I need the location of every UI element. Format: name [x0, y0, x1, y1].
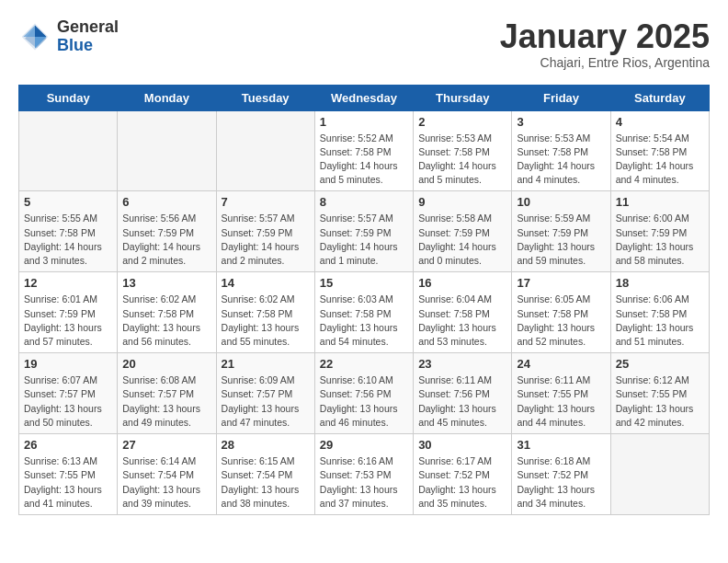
day-info: Sunrise: 6:13 AM Sunset: 7:55 PM Dayligh… [24, 454, 112, 511]
calendar-cell: 11Sunrise: 6:00 AM Sunset: 7:59 PM Dayli… [610, 191, 709, 272]
day-number: 31 [517, 438, 605, 452]
day-number: 19 [24, 357, 112, 371]
day-number: 11 [616, 195, 704, 209]
day-number: 29 [320, 438, 408, 452]
day-info: Sunrise: 5:59 AM Sunset: 7:59 PM Dayligh… [517, 212, 605, 268]
day-info: Sunrise: 6:03 AM Sunset: 7:58 PM Dayligh… [320, 293, 408, 349]
logo-icon [18, 20, 51, 53]
day-number: 13 [122, 276, 210, 290]
logo: General Blue [18, 18, 119, 55]
page-header: General Blue January 2025 Chajari, Entre… [18, 18, 710, 70]
calendar-cell: 23Sunrise: 6:11 AM Sunset: 7:56 PM Dayli… [414, 353, 512, 434]
day-info: Sunrise: 6:08 AM Sunset: 7:57 PM Dayligh… [122, 373, 210, 430]
calendar-cell: 6Sunrise: 5:56 AM Sunset: 7:59 PM Daylig… [118, 191, 216, 272]
calendar-week-3: 12Sunrise: 6:01 AM Sunset: 7:59 PM Dayli… [19, 272, 710, 353]
day-info: Sunrise: 5:58 AM Sunset: 7:59 PM Dayligh… [418, 212, 506, 268]
day-info: Sunrise: 6:05 AM Sunset: 7:58 PM Dayligh… [517, 293, 605, 349]
day-number: 23 [418, 357, 506, 371]
day-info: Sunrise: 6:11 AM Sunset: 7:56 PM Dayligh… [418, 373, 506, 430]
day-number: 12 [24, 276, 112, 290]
calendar-cell: 12Sunrise: 6:01 AM Sunset: 7:59 PM Dayli… [19, 272, 118, 353]
day-info: Sunrise: 6:11 AM Sunset: 7:55 PM Dayligh… [517, 373, 605, 430]
weekday-header-tuesday: Tuesday [216, 85, 314, 110]
calendar-cell: 30Sunrise: 6:17 AM Sunset: 7:52 PM Dayli… [414, 434, 512, 515]
weekday-header-wednesday: Wednesday [314, 85, 413, 110]
day-number: 2 [418, 115, 506, 129]
day-number: 21 [222, 357, 310, 371]
calendar-cell: 31Sunrise: 6:18 AM Sunset: 7:52 PM Dayli… [512, 434, 610, 515]
calendar-cell: 13Sunrise: 6:02 AM Sunset: 7:58 PM Dayli… [118, 272, 216, 353]
day-info: Sunrise: 5:55 AM Sunset: 7:58 PM Dayligh… [24, 212, 112, 268]
day-number: 20 [122, 357, 210, 371]
day-info: Sunrise: 5:54 AM Sunset: 7:58 PM Dayligh… [616, 132, 704, 188]
day-number: 15 [320, 276, 408, 290]
day-number: 30 [418, 438, 506, 452]
calendar-cell: 1Sunrise: 5:52 AM Sunset: 7:58 PM Daylig… [314, 110, 413, 191]
day-info: Sunrise: 6:15 AM Sunset: 7:54 PM Dayligh… [222, 454, 310, 511]
weekday-header-saturday: Saturday [610, 85, 709, 110]
calendar-week-5: 26Sunrise: 6:13 AM Sunset: 7:55 PM Dayli… [19, 434, 710, 515]
calendar-cell: 19Sunrise: 6:07 AM Sunset: 7:57 PM Dayli… [19, 353, 118, 434]
weekday-header-monday: Monday [118, 85, 216, 110]
day-info: Sunrise: 6:14 AM Sunset: 7:54 PM Dayligh… [122, 454, 210, 511]
day-number: 17 [517, 276, 605, 290]
calendar-title: January 2025 [500, 18, 710, 55]
day-info: Sunrise: 6:01 AM Sunset: 7:59 PM Dayligh… [24, 293, 112, 349]
calendar-cell: 27Sunrise: 6:14 AM Sunset: 7:54 PM Dayli… [118, 434, 216, 515]
day-number: 4 [616, 115, 704, 129]
day-info: Sunrise: 5:56 AM Sunset: 7:59 PM Dayligh… [122, 212, 210, 268]
calendar-cell: 14Sunrise: 6:02 AM Sunset: 7:58 PM Dayli… [216, 272, 314, 353]
day-number: 5 [24, 195, 112, 209]
day-info: Sunrise: 6:12 AM Sunset: 7:55 PM Dayligh… [616, 373, 704, 430]
calendar-cell: 4Sunrise: 5:54 AM Sunset: 7:58 PM Daylig… [610, 110, 709, 191]
day-info: Sunrise: 5:57 AM Sunset: 7:59 PM Dayligh… [222, 212, 310, 268]
logo-general: General [57, 18, 119, 37]
weekday-header-sunday: Sunday [19, 85, 118, 110]
calendar-cell: 10Sunrise: 5:59 AM Sunset: 7:59 PM Dayli… [512, 191, 610, 272]
day-info: Sunrise: 6:02 AM Sunset: 7:58 PM Dayligh… [222, 293, 310, 349]
day-number: 25 [616, 357, 704, 371]
calendar-cell: 9Sunrise: 5:58 AM Sunset: 7:59 PM Daylig… [414, 191, 512, 272]
calendar-cell: 29Sunrise: 6:16 AM Sunset: 7:53 PM Dayli… [314, 434, 413, 515]
calendar-cell: 15Sunrise: 6:03 AM Sunset: 7:58 PM Dayli… [314, 272, 413, 353]
calendar-cell: 2Sunrise: 5:53 AM Sunset: 7:58 PM Daylig… [414, 110, 512, 191]
calendar-week-4: 19Sunrise: 6:07 AM Sunset: 7:57 PM Dayli… [19, 353, 710, 434]
calendar-cell: 5Sunrise: 5:55 AM Sunset: 7:58 PM Daylig… [19, 191, 118, 272]
day-info: Sunrise: 5:53 AM Sunset: 7:58 PM Dayligh… [418, 132, 506, 188]
calendar-cell: 17Sunrise: 6:05 AM Sunset: 7:58 PM Dayli… [512, 272, 610, 353]
day-number: 28 [222, 438, 310, 452]
calendar-cell [118, 110, 216, 191]
day-number: 9 [418, 195, 506, 209]
day-number: 8 [320, 195, 408, 209]
day-info: Sunrise: 5:57 AM Sunset: 7:59 PM Dayligh… [320, 212, 408, 268]
day-number: 26 [24, 438, 112, 452]
day-number: 16 [418, 276, 506, 290]
day-number: 14 [222, 276, 310, 290]
day-number: 18 [616, 276, 704, 290]
day-info: Sunrise: 6:18 AM Sunset: 7:52 PM Dayligh… [517, 454, 605, 511]
day-info: Sunrise: 6:17 AM Sunset: 7:52 PM Dayligh… [418, 454, 506, 511]
calendar-cell: 7Sunrise: 5:57 AM Sunset: 7:59 PM Daylig… [216, 191, 314, 272]
day-number: 27 [122, 438, 210, 452]
weekday-header-row: SundayMondayTuesdayWednesdayThursdayFrid… [19, 85, 710, 110]
day-info: Sunrise: 6:06 AM Sunset: 7:58 PM Dayligh… [616, 293, 704, 349]
calendar-cell: 22Sunrise: 6:10 AM Sunset: 7:56 PM Dayli… [314, 353, 413, 434]
calendar-cell: 25Sunrise: 6:12 AM Sunset: 7:55 PM Dayli… [610, 353, 709, 434]
calendar-cell: 16Sunrise: 6:04 AM Sunset: 7:58 PM Dayli… [414, 272, 512, 353]
day-info: Sunrise: 5:53 AM Sunset: 7:58 PM Dayligh… [517, 132, 605, 188]
calendar-cell: 3Sunrise: 5:53 AM Sunset: 7:58 PM Daylig… [512, 110, 610, 191]
weekday-header-thursday: Thursday [414, 85, 512, 110]
day-info: Sunrise: 6:09 AM Sunset: 7:57 PM Dayligh… [222, 373, 310, 430]
logo-blue: Blue [57, 37, 119, 55]
day-info: Sunrise: 6:02 AM Sunset: 7:58 PM Dayligh… [122, 293, 210, 349]
day-info: Sunrise: 6:04 AM Sunset: 7:58 PM Dayligh… [418, 293, 506, 349]
day-info: Sunrise: 6:07 AM Sunset: 7:57 PM Dayligh… [24, 373, 112, 430]
day-number: 24 [517, 357, 605, 371]
day-number: 6 [122, 195, 210, 209]
day-number: 10 [517, 195, 605, 209]
calendar-cell [19, 110, 118, 191]
calendar-cell: 20Sunrise: 6:08 AM Sunset: 7:57 PM Dayli… [118, 353, 216, 434]
title-block: January 2025 Chajari, Entre Rios, Argent… [500, 18, 710, 70]
day-info: Sunrise: 6:00 AM Sunset: 7:59 PM Dayligh… [616, 212, 704, 268]
calendar-week-1: 1Sunrise: 5:52 AM Sunset: 7:58 PM Daylig… [19, 110, 710, 191]
